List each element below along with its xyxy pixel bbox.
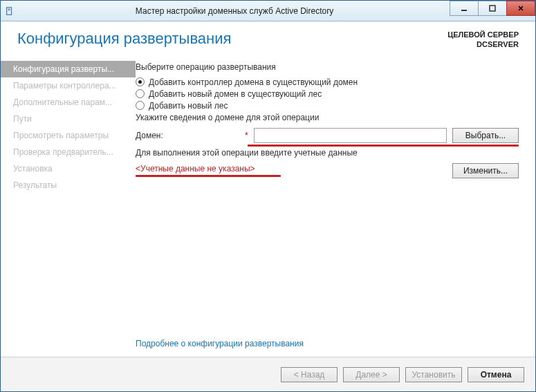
target-server-name: DCSERVER <box>447 39 519 49</box>
sidebar-item-results: Результаты <box>1 177 136 194</box>
minimize-button[interactable] <box>450 1 479 16</box>
titlebar: Мастер настройки доменных служб Active D… <box>1 1 535 21</box>
main-row: Конфигурация разверты... Параметры контр… <box>1 54 535 357</box>
page-title: Конфигурация развертывания <box>17 30 447 48</box>
domain-input[interactable] <box>254 128 447 143</box>
next-button[interactable]: Далее > <box>343 367 400 382</box>
credentials-value: <Учетные данные не указаны> <box>136 164 255 174</box>
sidebar-item-installation: Установка <box>1 160 136 177</box>
more-info-row: Подробнее о конфигурации развертывания <box>136 339 304 348</box>
svg-rect-2 <box>8 10 10 10</box>
domain-info-label: Укажите сведения о домене для этой опера… <box>136 113 519 122</box>
sidebar-item-label: Результаты <box>13 180 57 190</box>
required-star-icon: * <box>245 131 248 140</box>
highlight-underline <box>248 144 519 147</box>
svg-rect-1 <box>8 8 10 9</box>
radio-add-new-forest[interactable]: Добавить новый лес <box>136 101 519 111</box>
change-credentials-button[interactable]: Изменить... <box>452 163 519 178</box>
wizard-window: Мастер настройки доменных служб Active D… <box>0 0 536 392</box>
maximize-button[interactable] <box>478 1 507 16</box>
sidebar-item-deployment-config[interactable]: Конфигурация разверты... <box>1 61 136 77</box>
domain-form-row: Домен: * Выбрать... <box>136 128 519 143</box>
radio-icon <box>136 89 145 98</box>
radio-add-domain-existing-forest[interactable]: Добавить новый домен в существующий лес <box>136 89 519 99</box>
domain-label: Домен: <box>136 131 239 140</box>
install-button[interactable]: Установить <box>405 367 462 382</box>
wizard-sidebar: Конфигурация разверты... Параметры контр… <box>1 58 136 357</box>
wizard-footer: < Назад Далее > Установить Отмена <box>1 357 535 391</box>
sidebar-item-prerequisites: Проверка предваритель... <box>1 144 136 160</box>
radio-add-dc-existing-domain[interactable]: Добавить контроллер домена в существующи… <box>136 77 519 87</box>
cancel-button[interactable]: Отмена <box>468 367 524 382</box>
select-operation-label: Выберите операцию развертывания <box>136 62 519 72</box>
radio-icon <box>136 77 145 86</box>
sidebar-item-additional-options: Дополнительные парам... <box>1 94 136 111</box>
radio-label: Добавить контроллер домена в существующи… <box>149 77 358 87</box>
radio-icon <box>136 101 145 110</box>
target-server-block: ЦЕЛЕВОЙ СЕРВЕР DCSERVER <box>447 30 519 50</box>
select-domain-button[interactable]: Выбрать... <box>452 128 519 143</box>
close-button[interactable] <box>506 1 535 16</box>
sidebar-item-dc-options: Параметры контроллера... <box>1 77 136 94</box>
sidebar-item-label: Дополнительные парам... <box>13 97 112 107</box>
more-info-link[interactable]: Подробнее о конфигурации развертывания <box>136 339 304 348</box>
content-area: Конфигурация развертывания ЦЕЛЕВОЙ СЕРВЕ… <box>1 21 535 391</box>
sidebar-item-paths: Пути <box>1 111 136 127</box>
sidebar-item-label: Параметры контроллера... <box>13 81 116 91</box>
svg-rect-0 <box>7 7 12 15</box>
radio-label: Добавить новый лес <box>149 101 228 111</box>
page-header: Конфигурация развертывания ЦЕЛЕВОЙ СЕРВЕ… <box>1 21 535 54</box>
sidebar-item-review-options: Просмотреть параметры <box>1 127 136 144</box>
svg-rect-3 <box>461 10 467 11</box>
app-icon <box>1 1 19 21</box>
window-controls <box>450 1 535 16</box>
window-title: Мастер настройки доменных служб Active D… <box>19 6 450 16</box>
radio-label: Добавить новый домен в существующий лес <box>149 89 322 99</box>
sidebar-item-label: Проверка предваритель... <box>13 147 113 157</box>
svg-rect-4 <box>490 6 495 11</box>
back-button[interactable]: < Назад <box>281 367 338 382</box>
target-server-label: ЦЕЛЕВОЙ СЕРВЕР <box>447 30 519 39</box>
sidebar-item-label: Просмотреть параметры <box>13 131 109 140</box>
sidebar-item-label: Конфигурация разверты... <box>13 64 114 74</box>
highlight-underline <box>136 175 281 177</box>
credentials-label: Для выполнения этой операции введите уче… <box>136 148 519 158</box>
credentials-row: <Учетные данные не указаны> Изменить... <box>136 163 519 178</box>
sidebar-item-label: Установка <box>13 164 53 174</box>
main-pane: Выберите операцию развертывания Добавить… <box>136 58 519 357</box>
sidebar-item-label: Пути <box>13 114 32 124</box>
